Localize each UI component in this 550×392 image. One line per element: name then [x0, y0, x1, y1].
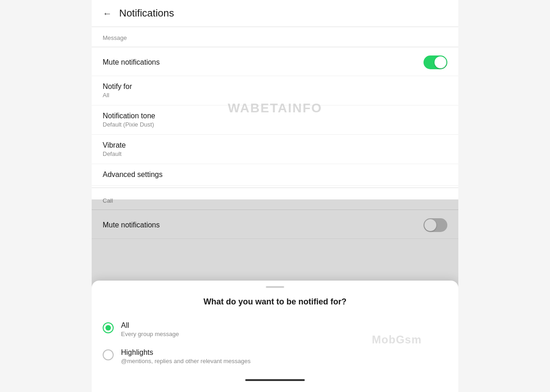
notification-tone-title: Notification tone: [103, 112, 155, 120]
notification-tone-row[interactable]: Notification tone Default (Pixie Dust): [92, 105, 458, 135]
section-divider: [92, 188, 458, 188]
vibrate-title: Vibrate: [103, 141, 126, 149]
option-all[interactable]: All Every group message: [92, 316, 458, 343]
message-mute-row[interactable]: Mute notifications: [92, 49, 458, 76]
sheet-handle: [266, 286, 284, 288]
advanced-settings-text: Advanced settings: [103, 171, 163, 179]
bottom-sheet-overlay: What do you want to be notified for? All…: [92, 199, 458, 392]
option-highlights-subtitle: @mentions, replies and other relevant me…: [121, 358, 251, 364]
screen: ← Notifications Message Mute notificatio…: [0, 0, 550, 392]
advanced-settings-label: Advanced settings: [103, 171, 163, 179]
notify-for-row[interactable]: Notify for All: [92, 76, 458, 105]
header: ← Notifications: [92, 0, 458, 27]
page-title: Notifications: [119, 7, 174, 19]
message-mute-toggle[interactable]: [424, 55, 447, 69]
radio-all[interactable]: [103, 322, 114, 333]
option-all-text: All Every group message: [121, 321, 179, 337]
option-highlights-text: Highlights @mentions, replies and other …: [121, 348, 251, 364]
message-mute-label: Mute notifications: [103, 58, 160, 66]
sheet-title: What do you want to be notified for?: [92, 297, 458, 316]
vibrate-text: Vibrate Default: [103, 141, 126, 157]
vibrate-value: Default: [103, 150, 126, 157]
advanced-settings-row[interactable]: Advanced settings: [92, 164, 458, 186]
message-mute-text: Mute notifications: [103, 58, 160, 66]
bottom-sheet: What do you want to be notified for? All…: [92, 281, 458, 392]
top-divider: [92, 47, 458, 47]
back-button[interactable]: ←: [103, 8, 112, 19]
vibrate-row[interactable]: Vibrate Default: [92, 135, 458, 164]
notify-for-title: Notify for: [103, 83, 132, 91]
option-highlights-title: Highlights: [121, 348, 251, 357]
notify-for-value: All: [103, 92, 132, 99]
message-section-label: Message: [92, 27, 458, 45]
sheet-bottom-line: [245, 379, 305, 381]
option-highlights[interactable]: Highlights @mentions, replies and other …: [92, 343, 458, 370]
radio-inner-all: [105, 325, 111, 331]
option-all-title: All: [121, 321, 179, 330]
content-panel: ← Notifications Message Mute notificatio…: [92, 0, 458, 392]
toggle-thumb: [434, 56, 446, 68]
option-all-subtitle: Every group message: [121, 331, 179, 337]
notification-tone-value: Default (Pixie Dust): [103, 121, 155, 128]
radio-highlights[interactable]: [103, 349, 114, 360]
notification-tone-text: Notification tone Default (Pixie Dust): [103, 112, 155, 128]
notify-for-text: Notify for All: [103, 83, 132, 99]
